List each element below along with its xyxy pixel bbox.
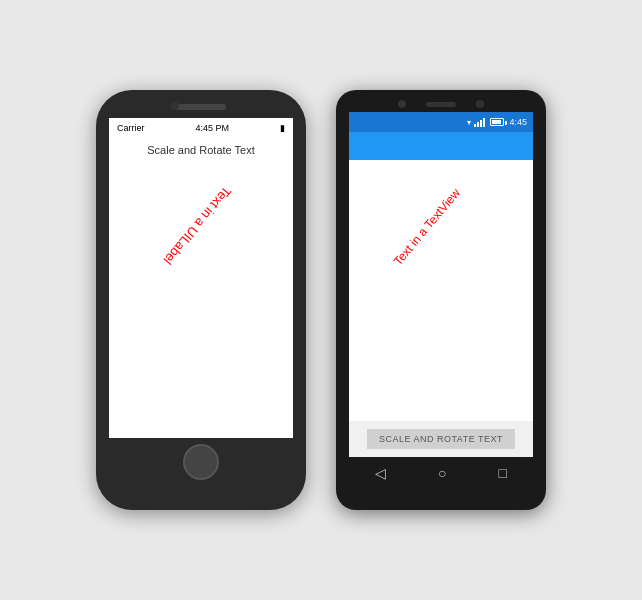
iphone-bottom-label: Scale and Rotate Text (109, 138, 293, 162)
android-action-bar (349, 132, 533, 160)
signal-bar-3 (480, 120, 482, 127)
iphone-camera (171, 102, 179, 110)
android-rotated-textview: Text in a TextView (391, 186, 463, 268)
scale-rotate-button[interactable]: SCALE AND ROTATE TEXT (367, 429, 515, 449)
android-nav-bar: ◁ ○ □ (349, 457, 533, 489)
signal-bars-icon (474, 118, 485, 127)
iphone-home-button[interactable] (183, 444, 219, 480)
iphone-device: Carrier 4:45 PM ▮ Text in a UILabel Scal… (96, 90, 306, 510)
iphone-battery-icon: ▮ (280, 123, 285, 133)
android-top-bar (336, 90, 546, 108)
signal-bar-4 (483, 118, 485, 127)
android-speaker (426, 102, 456, 107)
android-status-bar: ▾ 4:45 (349, 112, 533, 132)
nav-back-button[interactable]: ◁ (375, 465, 386, 481)
nav-home-button[interactable]: ○ (438, 465, 446, 481)
android-main-content: Text in a TextView (349, 160, 533, 421)
android-device: ▾ 4:45 Text in a TextView SCAL (336, 90, 546, 510)
iphone-screen: Carrier 4:45 PM ▮ Text in a UILabel Scal… (109, 118, 293, 438)
iphone-rotated-label: Text in a UILabel (161, 184, 235, 268)
iphone-carrier: Carrier (117, 123, 145, 133)
battery-fill (492, 120, 500, 124)
signal-bar-1 (474, 124, 476, 127)
android-battery-icon (490, 118, 504, 126)
nav-recent-button[interactable]: □ (499, 465, 507, 481)
android-screen: ▾ 4:45 Text in a TextView SCAL (349, 112, 533, 457)
android-bottom-content: SCALE AND ROTATE TEXT (349, 421, 533, 457)
android-camera-right (476, 100, 484, 108)
iphone-time: 4:45 PM (195, 123, 229, 133)
wifi-icon: ▾ (467, 118, 471, 127)
signal-bar-2 (477, 122, 479, 127)
android-camera (398, 100, 406, 108)
android-time: 4:45 (509, 117, 527, 127)
iphone-speaker (176, 104, 226, 110)
iphone-status-bar: Carrier 4:45 PM ▮ (109, 118, 293, 138)
android-status-icons: ▾ 4:45 (467, 117, 527, 127)
